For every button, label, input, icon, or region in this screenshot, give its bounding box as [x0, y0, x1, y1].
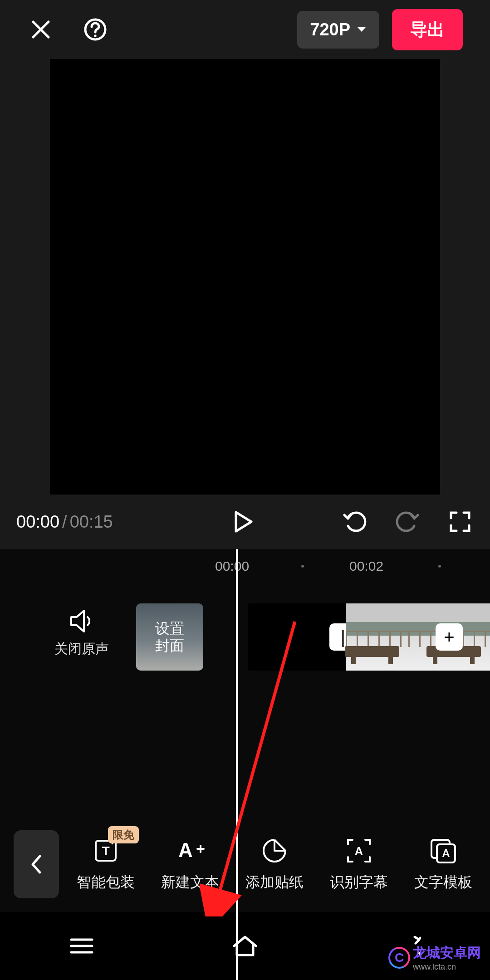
time-current: 00:00 [16, 512, 59, 532]
close-button[interactable] [27, 16, 54, 43]
timeline-ruler: 00:00 00:02 [0, 549, 490, 583]
recognize-subtitle-icon: A [346, 838, 372, 863]
svg-text:A: A [355, 844, 363, 858]
play-button[interactable] [230, 508, 257, 535]
top-bar: 720P 导出 [0, 0, 490, 59]
clip-segment-snow-2: + [408, 603, 490, 671]
tool-new-text[interactable]: A 新建文本 [152, 836, 229, 892]
export-label: 导出 [410, 20, 445, 39]
play-icon [234, 510, 253, 533]
tool-label: 识别字幕 [330, 872, 388, 892]
clip-strip[interactable]: | + [248, 603, 490, 671]
tool-smart-package[interactable]: 限免 T 智能包装 [67, 836, 144, 892]
cover-setting-tile[interactable]: 设置 封面 [136, 603, 203, 671]
time-total: 00:15 [70, 512, 113, 532]
help-button[interactable] [82, 16, 109, 43]
video-preview[interactable] [50, 59, 440, 495]
close-icon [29, 18, 52, 41]
clip-segment-snow-1 [346, 603, 408, 671]
svg-point-1 [94, 34, 96, 37]
nav-recent-button[interactable] [36, 937, 127, 955]
tool-label: 添加贴纸 [245, 872, 304, 892]
add-clip-button[interactable]: + [436, 623, 463, 651]
tool-add-sticker[interactable]: 添加贴纸 [236, 836, 313, 892]
tool-recognize-subtitle[interactable]: A 识别字幕 [320, 836, 397, 892]
cover-label: 设置 封面 [155, 620, 184, 655]
text-template-icon: A [430, 838, 457, 863]
watermark-line1: 龙城安卓网 [413, 945, 481, 960]
help-icon [83, 18, 107, 41]
tool-text-template[interactable]: A 文字模板 [405, 836, 482, 892]
watermark: C 龙城安卓网 www.lcta.cn [388, 944, 481, 972]
chevron-left-icon [30, 854, 43, 874]
preview-area [0, 59, 490, 495]
mute-toggle[interactable]: 关闭原声 [54, 608, 109, 658]
resolution-value: 720P [310, 20, 350, 39]
playhead[interactable] [236, 549, 238, 980]
ruler-tick-0: 00:00 [215, 559, 249, 574]
mute-label: 关闭原声 [54, 640, 109, 658]
watermark-logo: C [385, 944, 413, 972]
ruler-dot [438, 565, 441, 568]
ruler-tick-1: 00:02 [349, 559, 383, 574]
undo-icon [343, 510, 367, 533]
home-icon [231, 934, 259, 958]
export-button[interactable]: 导出 [392, 9, 463, 50]
new-text-icon: A [176, 838, 205, 863]
svg-text:T: T [102, 844, 109, 858]
plus-glyph: + [444, 627, 454, 647]
watermark-line2: www.lcta.cn [413, 962, 481, 972]
redo-icon [395, 510, 420, 533]
undo-button[interactable] [341, 508, 368, 535]
tool-label: 新建文本 [161, 872, 219, 892]
expand-icon [449, 511, 471, 533]
bottom-toolbar: 限免 T 智能包装 A 新建文本 [0, 817, 490, 912]
menu-icon [69, 937, 94, 955]
chevron-down-icon [357, 26, 367, 33]
video-track: 关闭原声 设置 封面 | + [0, 603, 490, 690]
playback-bar: 00:00 / 00:15 [0, 495, 490, 549]
sticker-icon [262, 838, 287, 863]
redo-button[interactable] [394, 508, 421, 535]
ruler-dot [301, 565, 304, 568]
svg-text:A: A [442, 847, 450, 859]
clip-segment-dark: | [248, 603, 346, 671]
resolution-selector[interactable]: 720P [297, 11, 379, 49]
svg-text:A: A [178, 839, 193, 861]
time-separator: / [62, 512, 67, 532]
fullscreen-button[interactable] [446, 508, 474, 535]
tool-label: 智能包装 [77, 872, 135, 892]
speaker-icon [69, 608, 95, 634]
nav-home-button[interactable] [200, 934, 290, 958]
toolbar-back-button[interactable] [14, 830, 59, 898]
tool-label: 文字模板 [414, 872, 472, 892]
transition-glyph: | [341, 627, 345, 647]
badge-free: 限免 [108, 826, 139, 843]
